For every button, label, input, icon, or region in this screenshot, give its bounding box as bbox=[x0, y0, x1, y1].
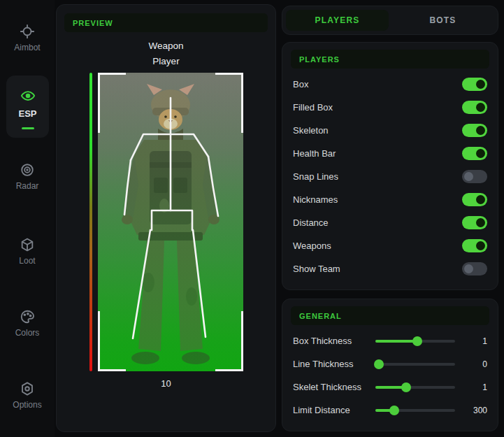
toggle-knob bbox=[476, 80, 485, 89]
players-section-header: PLAYERS bbox=[291, 50, 489, 69]
distance-label: 10 bbox=[57, 378, 275, 389]
toggle-label: Weapons bbox=[293, 241, 331, 251]
settings-column: PLAYERS BOTS PLAYERS Box Filled Box bbox=[282, 6, 498, 431]
toggle-label: Show Team bbox=[293, 264, 340, 274]
weapons-toggle[interactable] bbox=[462, 239, 487, 252]
toggle-knob bbox=[476, 126, 485, 135]
tab-bar: PLAYERS BOTS bbox=[282, 6, 498, 35]
slider-label: Limit Distance bbox=[293, 405, 375, 415]
slider-label: Line Thickness bbox=[293, 359, 375, 369]
players-header-label: PLAYERS bbox=[299, 55, 340, 64]
slider-knob[interactable] bbox=[389, 406, 399, 415]
sidebar-item-label: ESP bbox=[6, 108, 49, 119]
toggle-row-nicknames: Nicknames bbox=[291, 188, 489, 211]
slider-value: 1 bbox=[463, 382, 487, 392]
toggle-label: Nicknames bbox=[293, 194, 338, 205]
toggle-row-health-bar: Health Bar bbox=[291, 142, 489, 165]
sidebar: Aimbot ESP Radar Loot bbox=[0, 0, 55, 437]
toggle-label: Health Bar bbox=[293, 148, 336, 159]
players-settings-panel: PLAYERS Box Filled Box Skeleton Health B… bbox=[282, 42, 498, 290]
sidebar-item-label: Options bbox=[0, 400, 55, 410]
filled-box-toggle[interactable] bbox=[462, 101, 487, 114]
active-indicator bbox=[22, 127, 34, 129]
sidebar-item-colors[interactable]: Colors bbox=[0, 309, 55, 338]
toggle-row-distance: Distance bbox=[291, 211, 489, 234]
toggle-knob bbox=[476, 195, 485, 204]
weapon-label: Weapon bbox=[57, 41, 275, 51]
eye-icon bbox=[20, 88, 36, 103]
sidebar-item-loot[interactable]: Loot bbox=[0, 237, 55, 266]
toggle-row-filled-box: Filled Box bbox=[291, 96, 489, 119]
toggle-label: Snap Lines bbox=[293, 171, 338, 182]
preview-panel: PREVIEW Weapon Player bbox=[56, 4, 276, 432]
toggle-knob bbox=[476, 103, 485, 112]
tab-bots[interactable]: BOTS bbox=[391, 10, 494, 31]
gear-icon bbox=[20, 381, 35, 396]
general-settings-panel: GENERAL Box Thickness 1 Line Thickness bbox=[282, 299, 498, 431]
general-section-header: GENERAL bbox=[291, 306, 489, 325]
sidebar-item-label: Colors bbox=[0, 328, 55, 338]
sidebar-item-label: Aimbot bbox=[0, 43, 55, 52]
sidebar-item-label: Radar bbox=[0, 181, 55, 191]
box-thickness-slider[interactable] bbox=[375, 336, 455, 346]
toggle-knob bbox=[476, 241, 485, 250]
snap-lines-toggle[interactable] bbox=[462, 170, 487, 183]
esp-box-corner bbox=[98, 73, 126, 133]
slider-value: 300 bbox=[463, 406, 487, 415]
line-thickness-slider[interactable] bbox=[375, 359, 455, 369]
toggle-row-show-team: Show Team bbox=[291, 257, 489, 280]
slider-row-line-thickness: Line Thickness 0 bbox=[291, 352, 489, 375]
distance-toggle[interactable] bbox=[462, 216, 487, 229]
toggle-label: Skeleton bbox=[293, 125, 329, 136]
esp-box-corner bbox=[215, 73, 243, 133]
toggle-row-box: Box bbox=[291, 73, 489, 96]
health-bar bbox=[89, 73, 92, 371]
toggle-knob bbox=[464, 264, 473, 273]
toggle-knob bbox=[464, 172, 473, 181]
health-bar-toggle[interactable] bbox=[462, 147, 487, 160]
slider-label: Box Thickness bbox=[293, 336, 375, 346]
slider-row-skelet-thickness: Skelet Thickness 1 bbox=[291, 375, 489, 399]
slider-value: 0 bbox=[463, 359, 487, 369]
tab-label: PLAYERS bbox=[315, 15, 360, 25]
slider-row-box-thickness: Box Thickness 1 bbox=[291, 329, 489, 352]
crosshair-icon bbox=[20, 24, 35, 39]
sidebar-item-esp[interactable]: ESP bbox=[6, 76, 49, 138]
toggle-label: Distance bbox=[293, 217, 329, 228]
slider-knob[interactable] bbox=[374, 359, 384, 369]
esp-preview-box bbox=[98, 73, 243, 371]
toggle-row-weapons: Weapons bbox=[291, 234, 489, 257]
player-label: Player bbox=[57, 56, 275, 66]
slider-row-limit-distance: Limit Distance 300 bbox=[291, 399, 489, 422]
esp-menu-window: Aimbot ESP Radar Loot bbox=[0, 0, 504, 437]
preview-header-label: PREVIEW bbox=[73, 19, 113, 27]
skeleton-toggle[interactable] bbox=[462, 124, 487, 137]
cube-icon bbox=[20, 237, 35, 252]
sidebar-item-radar[interactable]: Radar bbox=[0, 162, 55, 191]
sidebar-item-options[interactable]: Options bbox=[0, 381, 55, 410]
radar-icon bbox=[20, 162, 35, 178]
skelet-thickness-slider[interactable] bbox=[375, 382, 455, 392]
nicknames-toggle[interactable] bbox=[462, 193, 487, 206]
slider-track bbox=[375, 363, 455, 366]
esp-preview-stage bbox=[57, 73, 275, 371]
toggle-knob bbox=[476, 149, 485, 158]
general-header-label: GENERAL bbox=[299, 312, 342, 320]
show-team-toggle[interactable] bbox=[462, 262, 487, 275]
box-toggle[interactable] bbox=[462, 78, 487, 91]
slider-fill bbox=[375, 340, 417, 343]
slider-value: 1 bbox=[463, 336, 487, 346]
toggle-label: Box bbox=[293, 79, 308, 89]
tab-label: BOTS bbox=[429, 15, 456, 25]
toggle-label: Filled Box bbox=[293, 102, 333, 113]
toggle-row-skeleton: Skeleton bbox=[291, 119, 489, 142]
slider-knob[interactable] bbox=[401, 382, 411, 392]
preview-section-header: PREVIEW bbox=[64, 13, 268, 32]
toggle-row-snap-lines: Snap Lines bbox=[291, 165, 489, 188]
sidebar-item-aimbot[interactable]: Aimbot bbox=[0, 24, 55, 52]
limit-distance-slider[interactable] bbox=[375, 406, 455, 415]
toggle-knob bbox=[476, 218, 485, 227]
tab-players[interactable]: PLAYERS bbox=[286, 10, 389, 31]
slider-knob[interactable] bbox=[412, 336, 422, 346]
palette-icon bbox=[20, 309, 35, 324]
